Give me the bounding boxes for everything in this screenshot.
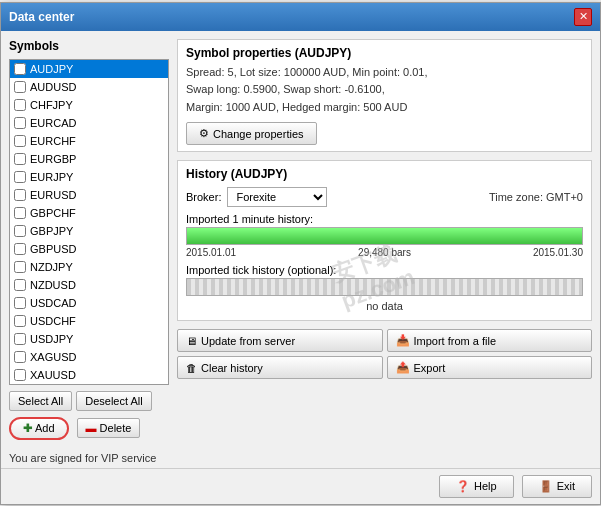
symbol-checkbox[interactable] [14, 81, 26, 93]
symbol-item[interactable]: EURCAD [10, 114, 168, 132]
symbol-checkbox[interactable] [14, 333, 26, 345]
symbol-item[interactable]: USDJPY [10, 330, 168, 348]
symbol-name: GBPUSD [30, 243, 76, 255]
update-label: Update from server [201, 335, 295, 347]
history-panel: History (AUDJPY) Broker: Forexite Time z… [177, 160, 592, 321]
delete-label: Delete [100, 422, 132, 434]
symbol-properties-panel: Symbol properties (AUDJPY) Spread: 5, Lo… [177, 39, 592, 153]
broker-label: Broker: [186, 191, 221, 203]
timezone-text: Time zone: GMT+0 [489, 191, 583, 203]
symbol-item[interactable]: XAGUSD [10, 348, 168, 366]
symbol-item[interactable]: AUDUSD [10, 78, 168, 96]
symbol-item[interactable]: USDCAD [10, 294, 168, 312]
import-icon: 📥 [396, 334, 410, 347]
clear-icon: 🗑 [186, 362, 197, 374]
symbol-item[interactable]: EURUSD [10, 186, 168, 204]
symbol-name: AUDUSD [30, 81, 76, 93]
symbol-name: XAUUSD [30, 369, 76, 381]
progress-fill [187, 228, 582, 244]
symbol-item[interactable]: NZDUSD [10, 276, 168, 294]
symbol-name: USDJPY [30, 333, 73, 345]
bar-end-date: 2015.01.30 [533, 247, 583, 258]
symbol-item[interactable]: GBPCHF [10, 204, 168, 222]
help-button[interactable]: ❓ Help [439, 475, 514, 498]
symbol-checkbox[interactable] [14, 135, 26, 147]
symbols-label: Symbols [9, 39, 169, 53]
add-delete-row: ✚ Add ▬ Delete [9, 417, 169, 440]
close-button[interactable]: ✕ [574, 8, 592, 26]
add-button[interactable]: ✚ Add [9, 417, 69, 440]
right-panel: 安下载pz.com Symbol properties (AUDJPY) Spr… [177, 39, 592, 440]
symbol-checkbox[interactable] [14, 153, 26, 165]
broker-select[interactable]: Forexite [227, 187, 327, 207]
symbol-item[interactable]: EURCHF [10, 132, 168, 150]
symbol-name: XAGUSD [30, 351, 76, 363]
data-center-dialog: Data center ✕ Symbols AUDJPYAUDUSDCHFJPY… [0, 2, 601, 505]
gear-icon: ⚙ [199, 127, 209, 140]
symbol-checkbox[interactable] [14, 369, 26, 381]
symbol-checkbox[interactable] [14, 297, 26, 309]
import-from-file-button[interactable]: 📥 Import from a file [387, 329, 593, 352]
history-title: History (AUDJPY) [186, 167, 583, 181]
select-all-button[interactable]: Select All [9, 391, 72, 411]
symbol-item[interactable]: CHFJPY [10, 96, 168, 114]
symbol-name: USDCAD [30, 297, 76, 309]
exit-icon: 🚪 [539, 480, 553, 493]
exit-button[interactable]: 🚪 Exit [522, 475, 592, 498]
symbol-item[interactable]: EURGBP [10, 150, 168, 168]
symbols-list: AUDJPYAUDUSDCHFJPYEURCADEURCHFEURGBPEURJ… [9, 59, 169, 385]
plus-icon: ✚ [23, 422, 32, 435]
exit-label: Exit [557, 480, 575, 492]
broker-left: Broker: Forexite [186, 187, 327, 207]
delete-icon: ▬ [86, 422, 97, 434]
signed-text: You are signed for VIP service [1, 448, 600, 468]
clear-history-button[interactable]: 🗑 Clear history [177, 356, 383, 379]
deselect-all-button[interactable]: Deselect All [76, 391, 151, 411]
symbol-checkbox[interactable] [14, 207, 26, 219]
dialog-body: Symbols AUDJPYAUDUSDCHFJPYEURCADEURCHFEU… [1, 31, 600, 448]
symbol-item[interactable]: GBPJPY [10, 222, 168, 240]
symbol-item[interactable]: NZDJPY [10, 258, 168, 276]
broker-row: Broker: Forexite Time zone: GMT+0 [186, 187, 583, 207]
symbol-name: GBPJPY [30, 225, 73, 237]
symbol-checkbox[interactable] [14, 63, 26, 75]
symbol-checkbox[interactable] [14, 225, 26, 237]
help-label: Help [474, 480, 497, 492]
symbol-item[interactable]: EURJPY [10, 168, 168, 186]
symbol-checkbox[interactable] [14, 279, 26, 291]
symbol-item[interactable]: XAUUSD [10, 366, 168, 384]
symbol-properties-text: Spread: 5, Lot size: 100000 AUD, Min poi… [186, 64, 583, 117]
symbol-checkbox[interactable] [14, 261, 26, 273]
update-from-server-button[interactable]: 🖥 Update from server [177, 329, 383, 352]
symbol-item[interactable]: GBPUSD [10, 240, 168, 258]
export-icon: 📤 [396, 361, 410, 374]
tick-history-label: Imported tick history (optional): [186, 264, 583, 276]
symbol-item[interactable]: AUDJPY [10, 60, 168, 78]
minute-history-bar [186, 227, 583, 245]
bar-start-date: 2015.01.01 [186, 247, 236, 258]
delete-button[interactable]: ▬ Delete [77, 418, 141, 438]
symbol-checkbox[interactable] [14, 189, 26, 201]
action-buttons: 🖥 Update from server 📥 Import from a fil… [177, 329, 592, 379]
help-icon: ❓ [456, 480, 470, 493]
symbol-checkbox[interactable] [14, 171, 26, 183]
export-button[interactable]: 📤 Export [387, 356, 593, 379]
symbol-checkbox[interactable] [14, 117, 26, 129]
symbol-checkbox[interactable] [14, 351, 26, 363]
symbol-name: EURJPY [30, 171, 73, 183]
symbol-name: USDCHF [30, 315, 76, 327]
symbol-name: CHFJPY [30, 99, 73, 111]
clear-label: Clear history [201, 362, 263, 374]
symbol-name: EURGBP [30, 153, 76, 165]
title-bar: Data center ✕ [1, 3, 600, 31]
export-label: Export [414, 362, 446, 374]
bar-info-row: 2015.01.01 29,480 bars 2015.01.30 [186, 247, 583, 258]
props-line1: Spread: 5, Lot size: 100000 AUD, Min poi… [186, 66, 428, 78]
change-properties-button[interactable]: ⚙ Change properties [186, 122, 317, 145]
symbol-item[interactable]: USDCHF [10, 312, 168, 330]
symbol-checkbox[interactable] [14, 99, 26, 111]
minute-history-label: Imported 1 minute history: [186, 213, 583, 225]
symbol-checkbox[interactable] [14, 243, 26, 255]
import-label: Import from a file [414, 335, 497, 347]
symbol-checkbox[interactable] [14, 315, 26, 327]
